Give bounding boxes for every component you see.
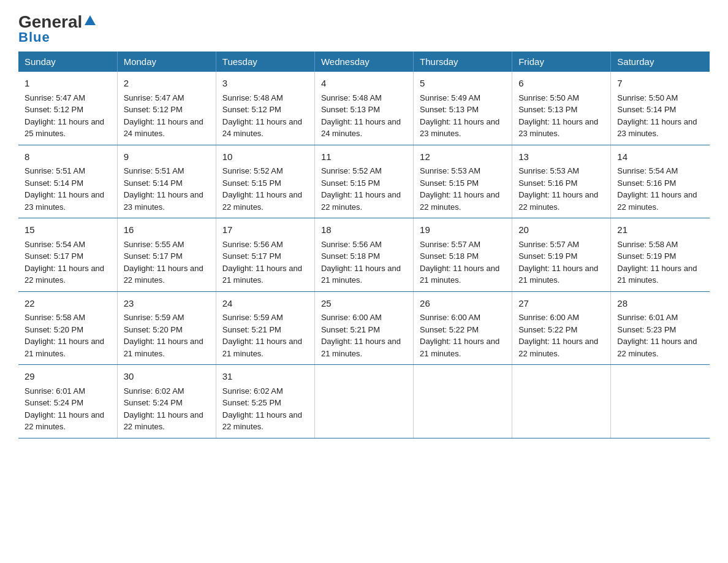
day-number: 7 — [617, 77, 703, 91]
calendar-cell: 24 Sunrise: 5:59 AM Sunset: 5:21 PM Dayl… — [216, 291, 314, 365]
sunrise-text: Sunrise: 5:57 AM — [518, 240, 579, 249]
daylight-text: Daylight: 11 hours and 22 minutes. — [124, 410, 203, 432]
sunset-text: Sunset: 5:12 PM — [25, 105, 83, 114]
day-number: 20 — [518, 223, 604, 237]
day-number: 21 — [617, 223, 703, 237]
sunset-text: Sunset: 5:13 PM — [518, 105, 577, 114]
sunset-text: Sunset: 5:16 PM — [518, 178, 577, 188]
sunset-text: Sunset: 5:13 PM — [321, 105, 380, 114]
sunrise-text: Sunrise: 5:48 AM — [321, 93, 382, 102]
sunrise-text: Sunrise: 6:00 AM — [321, 313, 382, 322]
day-number: 8 — [25, 150, 111, 164]
sunset-text: Sunset: 5:21 PM — [321, 325, 380, 334]
daylight-text: Daylight: 11 hours and 24 minutes. — [222, 117, 302, 139]
day-number: 31 — [222, 370, 308, 384]
calendar-cell: 13 Sunrise: 5:53 AM Sunset: 5:16 PM Dayl… — [512, 145, 611, 218]
daylight-text: Daylight: 11 hours and 21 minutes. — [420, 264, 499, 285]
daylight-text: Daylight: 11 hours and 21 minutes. — [222, 337, 302, 358]
sunrise-text: Sunrise: 6:00 AM — [518, 313, 579, 322]
day-number: 10 — [222, 150, 308, 164]
daylight-text: Daylight: 11 hours and 22 minutes. — [124, 264, 203, 285]
calendar-week-row: 8 Sunrise: 5:51 AM Sunset: 5:14 PM Dayli… — [18, 145, 710, 218]
daylight-text: Daylight: 11 hours and 21 minutes. — [420, 337, 499, 358]
sunset-text: Sunset: 5:17 PM — [222, 251, 281, 261]
sunset-text: Sunset: 5:22 PM — [420, 325, 479, 334]
day-number: 2 — [124, 77, 210, 91]
calendar-cell: 14 Sunrise: 5:54 AM Sunset: 5:16 PM Dayl… — [611, 145, 710, 218]
col-header-friday: Friday — [512, 52, 611, 72]
col-header-thursday: Thursday — [414, 52, 512, 72]
sunrise-text: Sunrise: 5:51 AM — [25, 166, 85, 175]
sunrise-text: Sunrise: 5:54 AM — [617, 166, 678, 175]
calendar-cell: 19 Sunrise: 5:57 AM Sunset: 5:18 PM Dayl… — [414, 218, 512, 292]
day-number: 13 — [518, 150, 604, 164]
calendar-cell: 7 Sunrise: 5:50 AM Sunset: 5:14 PM Dayli… — [611, 72, 710, 145]
calendar-cell: 22 Sunrise: 5:58 AM Sunset: 5:20 PM Dayl… — [18, 291, 117, 365]
sunrise-text: Sunrise: 5:59 AM — [124, 313, 184, 322]
sunset-text: Sunset: 5:15 PM — [222, 178, 281, 188]
sunset-text: Sunset: 5:18 PM — [420, 251, 479, 261]
calendar-cell: 3 Sunrise: 5:48 AM Sunset: 5:12 PM Dayli… — [216, 72, 314, 145]
calendar-cell: 2 Sunrise: 5:47 AM Sunset: 5:12 PM Dayli… — [117, 72, 216, 145]
calendar-cell: 16 Sunrise: 5:55 AM Sunset: 5:17 PM Dayl… — [117, 218, 216, 292]
sunset-text: Sunset: 5:14 PM — [617, 105, 676, 114]
daylight-text: Daylight: 11 hours and 24 minutes. — [321, 117, 401, 139]
daylight-text: Daylight: 11 hours and 23 minutes. — [25, 190, 104, 212]
daylight-text: Daylight: 11 hours and 21 minutes. — [617, 264, 697, 285]
sunrise-text: Sunrise: 5:58 AM — [25, 313, 85, 322]
calendar-cell — [414, 365, 512, 439]
day-number: 22 — [25, 297, 111, 311]
sunrise-text: Sunrise: 6:02 AM — [222, 386, 283, 396]
col-header-tuesday: Tuesday — [216, 52, 314, 72]
sunrise-text: Sunrise: 5:56 AM — [321, 240, 382, 249]
calendar-cell: 4 Sunrise: 5:48 AM Sunset: 5:13 PM Dayli… — [314, 72, 413, 145]
day-number: 25 — [321, 297, 407, 311]
sunset-text: Sunset: 5:24 PM — [124, 398, 183, 407]
daylight-text: Daylight: 11 hours and 23 minutes. — [420, 117, 499, 139]
sunrise-text: Sunrise: 6:02 AM — [124, 386, 184, 396]
sunset-text: Sunset: 5:25 PM — [222, 398, 281, 407]
sunset-text: Sunset: 5:19 PM — [617, 251, 676, 261]
daylight-text: Daylight: 11 hours and 23 minutes. — [124, 190, 203, 212]
logo: General Blue — [18, 12, 97, 45]
sunset-text: Sunset: 5:16 PM — [617, 178, 676, 188]
logo-arrow-icon — [83, 14, 97, 28]
sunset-text: Sunset: 5:24 PM — [25, 398, 83, 407]
daylight-text: Daylight: 11 hours and 22 minutes. — [518, 190, 598, 212]
daylight-text: Daylight: 11 hours and 22 minutes. — [25, 410, 104, 432]
day-number: 23 — [124, 297, 210, 311]
day-number: 17 — [222, 223, 308, 237]
day-number: 4 — [321, 77, 407, 91]
sunrise-text: Sunrise: 5:50 AM — [617, 93, 678, 102]
sunset-text: Sunset: 5:12 PM — [222, 105, 281, 114]
sunset-text: Sunset: 5:15 PM — [420, 178, 479, 188]
day-number: 24 — [222, 297, 308, 311]
sunrise-text: Sunrise: 5:51 AM — [124, 166, 184, 175]
day-number: 3 — [222, 77, 308, 91]
sunrise-text: Sunrise: 5:54 AM — [25, 240, 85, 249]
col-header-wednesday: Wednesday — [314, 52, 413, 72]
day-number: 16 — [124, 223, 210, 237]
day-number: 18 — [321, 223, 407, 237]
sunrise-text: Sunrise: 5:49 AM — [420, 93, 480, 102]
calendar-cell: 6 Sunrise: 5:50 AM Sunset: 5:13 PM Dayli… — [512, 72, 611, 145]
daylight-text: Daylight: 11 hours and 22 minutes. — [617, 190, 697, 212]
sunrise-text: Sunrise: 5:55 AM — [124, 240, 184, 249]
daylight-text: Daylight: 11 hours and 22 minutes. — [222, 410, 302, 432]
col-header-monday: Monday — [117, 52, 216, 72]
sunrise-text: Sunrise: 5:52 AM — [321, 166, 382, 175]
daylight-text: Daylight: 11 hours and 25 minutes. — [25, 117, 104, 139]
daylight-text: Daylight: 11 hours and 21 minutes. — [222, 264, 302, 285]
sunset-text: Sunset: 5:23 PM — [617, 325, 676, 334]
day-number: 11 — [321, 150, 407, 164]
sunrise-text: Sunrise: 5:58 AM — [617, 240, 678, 249]
calendar-cell: 18 Sunrise: 5:56 AM Sunset: 5:18 PM Dayl… — [314, 218, 413, 292]
calendar-cell: 27 Sunrise: 6:00 AM Sunset: 5:22 PM Dayl… — [512, 291, 611, 365]
sunrise-text: Sunrise: 5:53 AM — [420, 166, 480, 175]
calendar-cell: 31 Sunrise: 6:02 AM Sunset: 5:25 PM Dayl… — [216, 365, 314, 439]
calendar-cell: 28 Sunrise: 6:01 AM Sunset: 5:23 PM Dayl… — [611, 291, 710, 365]
calendar-cell: 30 Sunrise: 6:02 AM Sunset: 5:24 PM Dayl… — [117, 365, 216, 439]
sunrise-text: Sunrise: 5:52 AM — [222, 166, 283, 175]
calendar-cell: 9 Sunrise: 5:51 AM Sunset: 5:14 PM Dayli… — [117, 145, 216, 218]
calendar-week-row: 15 Sunrise: 5:54 AM Sunset: 5:17 PM Dayl… — [18, 218, 710, 292]
